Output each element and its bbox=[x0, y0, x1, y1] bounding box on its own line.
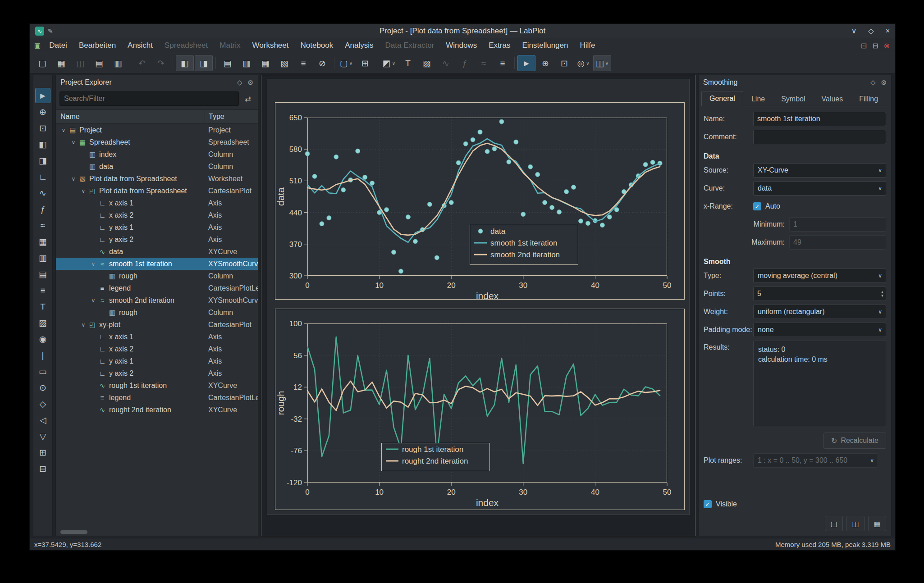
export-worksheet-button[interactable]: ⊞ bbox=[356, 55, 374, 71]
add-text-label-button[interactable]: T bbox=[35, 299, 50, 314]
filter-options-button[interactable]: ⇄ bbox=[242, 92, 254, 105]
add-histogram-button[interactable]: ▦ bbox=[35, 234, 50, 249]
new-project-button[interactable]: ▢ bbox=[33, 55, 51, 71]
menu-ansicht[interactable]: Ansicht bbox=[122, 38, 159, 53]
tree-row[interactable]: ∟x axis 2Axis bbox=[56, 209, 258, 221]
save-config-button[interactable]: ◫ bbox=[846, 516, 865, 531]
select-mode-button[interactable]: ► bbox=[517, 55, 535, 71]
restore-subwindow-button[interactable]: ⊡ bbox=[861, 41, 867, 50]
type-select[interactable]: moving average (central) ∨ bbox=[753, 269, 886, 283]
tree-row[interactable]: ∟x axis 1Axis bbox=[56, 197, 258, 209]
menu-bearbeiten[interactable]: Bearbeiten bbox=[73, 38, 122, 53]
search-input[interactable] bbox=[59, 91, 239, 106]
toggle-vertical-layout-button[interactable]: ◧ bbox=[176, 55, 194, 71]
tree-row[interactable]: ▥dataColumn bbox=[56, 160, 258, 173]
insert-row-below-button[interactable]: ▥ bbox=[238, 55, 256, 71]
select-tool-button[interactable]: ► bbox=[35, 88, 50, 103]
open-project-button[interactable]: ▦ bbox=[52, 55, 70, 71]
float-panel-button[interactable]: ◇ bbox=[237, 78, 242, 87]
tree-row[interactable]: ∿rought 2nd iterationXYCurve bbox=[56, 404, 258, 416]
tree-row[interactable]: ∨≈smooth 1st iterationXYSmoothCurve bbox=[56, 258, 258, 270]
tree-row[interactable]: ∨▤ProjectProject bbox=[56, 124, 258, 136]
add-image-button[interactable]: ▨ bbox=[35, 315, 50, 330]
add-custom-point-button[interactable]: ⊙ bbox=[35, 380, 50, 395]
tab-filling[interactable]: Filling bbox=[851, 91, 886, 106]
auto-scale-x-button[interactable]: ◁ bbox=[35, 412, 50, 428]
add-legend-button[interactable]: ≡ bbox=[494, 55, 512, 71]
add-legend-button[interactable]: ≡ bbox=[35, 282, 50, 298]
menu-analysis[interactable]: Analysis bbox=[339, 38, 379, 53]
spin-down-icon[interactable]: ▾ bbox=[881, 294, 883, 297]
points-stepper[interactable]: ▴ ▾ bbox=[753, 287, 886, 301]
add-smooth-curve-button[interactable]: ≈ bbox=[35, 218, 50, 233]
tree-row[interactable]: ∨◰xy-plotCartesianPlot bbox=[56, 319, 258, 331]
menu-notebook[interactable]: Notebook bbox=[295, 38, 339, 53]
print-preview-button[interactable]: ▥ bbox=[109, 55, 127, 71]
auto-scale-y-button[interactable]: ▽ bbox=[35, 428, 50, 444]
tree-row[interactable]: ∟y axis 2Axis bbox=[56, 233, 258, 246]
add-xy-curve-button[interactable]: ∿ bbox=[35, 185, 50, 200]
zoom-in-button[interactable]: ⊞ bbox=[35, 445, 50, 460]
tree-row[interactable]: ∿dataXYCurve bbox=[56, 246, 258, 258]
close-dock-button[interactable]: ⊗ bbox=[881, 78, 887, 87]
tab-line[interactable]: Line bbox=[743, 91, 773, 106]
column-header-type[interactable]: Type bbox=[205, 110, 224, 123]
magnification-button[interactable]: ◎∨ bbox=[574, 55, 592, 71]
print-button[interactable]: ▤ bbox=[90, 55, 108, 71]
plot-data-from-spreadsheet-plot[interactable]: 01020304050300370440510580650indexdatada… bbox=[275, 102, 685, 300]
tree-row[interactable]: ∟x axis 2Axis bbox=[56, 343, 258, 355]
titlebar[interactable]: ∿ ✎ Project - [Plot data from Spreadshee… bbox=[30, 24, 895, 38]
tree-row[interactable]: ∨▧Plot data from SpreadsheetWorksheet bbox=[56, 173, 258, 185]
horizontal-scrollbar[interactable] bbox=[60, 530, 87, 534]
recalculate-button[interactable]: ↻ Recalculate bbox=[823, 433, 886, 449]
add-reference-range-button[interactable]: ▭ bbox=[35, 364, 50, 379]
menu-einstellungen[interactable]: Einstellungen bbox=[516, 38, 574, 53]
maximize-window-button[interactable]: ◇ bbox=[868, 27, 874, 35]
add-plot-button[interactable]: ◩∨ bbox=[380, 55, 398, 71]
points-input[interactable] bbox=[753, 287, 886, 301]
insert-row-above-button[interactable]: ▤ bbox=[219, 55, 237, 71]
tree-row[interactable]: ≡legendCartesianPlotLegend bbox=[56, 282, 258, 294]
close-window-button[interactable]: × bbox=[886, 27, 890, 35]
add-boxplot-button[interactable]: ▥ bbox=[35, 250, 50, 265]
insert-column-left-button[interactable]: ▦ bbox=[256, 55, 274, 71]
tree-row[interactable]: ▥indexColumn bbox=[56, 148, 258, 160]
menu-worksheet[interactable]: Worksheet bbox=[247, 38, 295, 53]
add-text-label-button[interactable]: T bbox=[399, 55, 417, 71]
toggle-horizontal-layout-button[interactable]: ◨ bbox=[195, 55, 213, 71]
menu-windows[interactable]: Windows bbox=[440, 38, 483, 53]
zoom-select-mode-button[interactable]: ⊡ bbox=[555, 55, 573, 71]
source-select[interactable]: XY-Curve ∨ bbox=[753, 163, 886, 178]
curve-select[interactable]: data ∨ bbox=[753, 181, 886, 196]
zoom-select-tool-button[interactable]: ⊡ bbox=[35, 120, 50, 136]
close-panel-button[interactable]: ⊗ bbox=[247, 78, 253, 87]
tree-row[interactable]: ∨◰Plot data from SpreadsheetCartesianPlo… bbox=[56, 185, 258, 197]
save-default-button[interactable]: ▦ bbox=[868, 516, 886, 531]
add-image-button[interactable]: ▨ bbox=[418, 55, 436, 71]
menu-extras[interactable]: Extras bbox=[483, 38, 516, 53]
add-info-element-button[interactable]: ◉ bbox=[35, 331, 50, 346]
new-worksheet-button[interactable]: ▢∨ bbox=[337, 55, 355, 71]
visible-checkbox[interactable]: ✓ bbox=[704, 500, 712, 508]
insert-column-right-button[interactable]: ▧ bbox=[275, 55, 293, 71]
comment-input[interactable] bbox=[753, 130, 886, 144]
minimize-window-button[interactable]: ∨ bbox=[851, 27, 857, 35]
add-reference-line-button[interactable]: | bbox=[35, 347, 50, 363]
add-bar-plot-button[interactable]: ▤ bbox=[35, 266, 50, 282]
add-equation-curve-button[interactable]: ƒ bbox=[35, 201, 50, 217]
name-input[interactable] bbox=[753, 112, 886, 126]
padding-mode-select[interactable]: none ∨ bbox=[753, 323, 886, 337]
zoom-x-select-tool-button[interactable]: ◧ bbox=[35, 137, 50, 152]
tree-row[interactable]: ∟y axis 1Axis bbox=[56, 355, 258, 367]
auto-range-checkbox[interactable]: ✓ bbox=[753, 202, 761, 210]
zoom-y-select-tool-button[interactable]: ◨ bbox=[35, 153, 50, 168]
minimize-subwindow-button[interactable]: ⊟ bbox=[872, 41, 878, 50]
add-axis-button[interactable]: ∟ bbox=[35, 169, 50, 184]
pin-icon[interactable]: ✎ bbox=[48, 27, 53, 35]
tree-row[interactable]: ▥roughColumn bbox=[56, 270, 258, 282]
tab-values[interactable]: Values bbox=[814, 91, 851, 106]
column-header-name[interactable]: Name bbox=[56, 113, 80, 121]
menu-hilfe[interactable]: Hilfe bbox=[574, 38, 601, 53]
tab-symbol[interactable]: Symbol bbox=[773, 91, 813, 106]
tree-row[interactable]: ∨▦SpreadsheetSpreadsheet bbox=[56, 136, 258, 148]
